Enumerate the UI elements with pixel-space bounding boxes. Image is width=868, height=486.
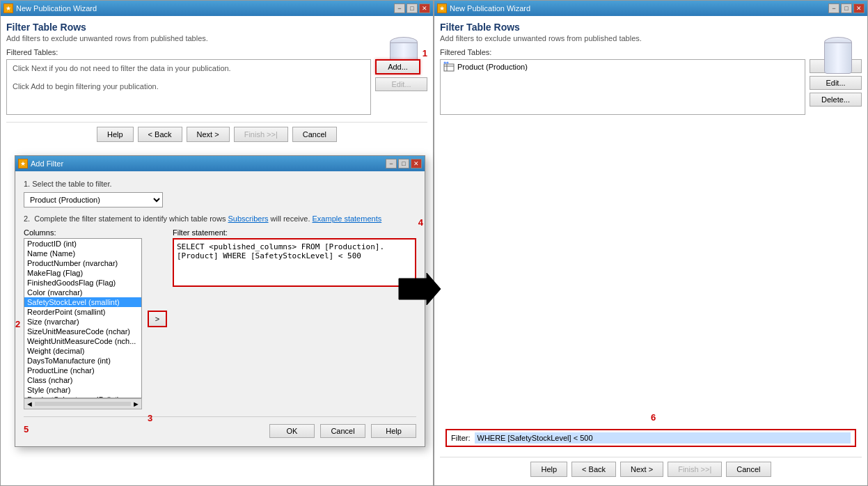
filtered-tables-area: Click Next if you do not need to filter … (6, 59, 371, 115)
col-item-subcategory[interactable]: ProductSubcategoryID (int) (24, 395, 141, 398)
arrow-btn-area: 3 > (148, 228, 167, 409)
scroll-right-icon[interactable]: ► (132, 400, 140, 408)
add-filter-dialog: ★ Add Filter − □ ✕ 1. Select the table t… (15, 155, 425, 447)
step2-container: 2. Complete the filter statement to iden… (24, 214, 416, 223)
add-column-button[interactable]: > (148, 311, 167, 327)
right-cylinder-graphic (824, 37, 852, 75)
maximize-button[interactable]: □ (407, 3, 418, 13)
right-page-subtitle: Add filters to exclude unwanted rows fro… (440, 34, 862, 42)
col-item-productline[interactable]: ProductLine (nchar) (24, 366, 141, 375)
left-window: ★ New Publication Wizard − □ ✕ Filter Ta… (0, 0, 434, 486)
col-item-sizeunit[interactable]: SizeUnitMeasureCode (nchar) (24, 327, 141, 336)
filter-statement-input[interactable] (173, 238, 416, 287)
scroll-track (35, 402, 131, 406)
minimize-button[interactable]: − (394, 3, 405, 13)
right-delete-button[interactable]: Delete... (810, 93, 862, 107)
col-item-weightunit[interactable]: WeightUnitMeasureCode (nch... (24, 336, 141, 346)
step1-label: 1. Select the table to filter. (24, 180, 416, 188)
tree-item-label: Product (Production) (457, 63, 528, 71)
right-next-button[interactable]: Next > (620, 462, 663, 477)
dialog-minimize[interactable]: − (386, 159, 397, 168)
col-item-reorderpoint[interactable]: ReorderPoint (smallint) (24, 307, 141, 317)
left-window-content: Filter Table Rows Add filters to exclude… (1, 16, 433, 485)
filter-bar-container: 6 Filter: WHERE [SafetyStockLevel] < 500 (440, 425, 862, 451)
right-filtered-tables-area: Product (Production) (440, 59, 805, 115)
dialog-help-button[interactable]: Help (371, 424, 416, 438)
right-window-title: New Publication Wizard (450, 4, 530, 13)
right-close-button[interactable]: ✕ (853, 3, 865, 13)
annotation-2: 2 (15, 319, 20, 329)
example-link[interactable]: Example statements (313, 214, 382, 223)
dialog-title: Add Filter (31, 159, 63, 168)
left-back-button[interactable]: < Back (138, 127, 182, 142)
col-item-makeflag[interactable]: MakeFlag (Flag) (24, 268, 141, 278)
list-scrollbar-bottom[interactable]: ◄ ► (24, 398, 142, 409)
dialog-title-left: ★ Add Filter (18, 159, 63, 168)
columns-list[interactable]: ProductID (int) Name (Name) ProductNumbe… (24, 238, 142, 398)
table-icon (443, 61, 455, 72)
step2-label: 2. Complete the filter statement to iden… (24, 214, 416, 223)
right-buttons: 1 Add... Edit... (375, 59, 427, 115)
right-wizard-icon (824, 37, 859, 79)
arrow-svg (395, 272, 444, 306)
edit-button[interactable]: Edit... (375, 77, 427, 91)
subscribers-link[interactable]: Subscribers (228, 214, 268, 223)
window-controls: − □ ✕ (394, 3, 430, 13)
dialog-maximize[interactable]: □ (398, 159, 409, 168)
left-bottom-buttons: Help < Back Next > Finish >>| Cancel (6, 122, 427, 145)
annotation-1: 1 (423, 48, 427, 58)
col-item-class[interactable]: Class (nchar) (24, 375, 141, 385)
scroll-left-icon[interactable]: ◄ (26, 400, 33, 408)
right-page-title: Filter Table Rows (440, 22, 862, 33)
col-item-finishedgoodsflag[interactable]: FinishedGoodsFlag (Flag) (24, 278, 141, 288)
columns-box: Columns: ProductID (int) Name (Name) Pro… (24, 228, 142, 409)
filtered-tables-label: Filtered Tables: (6, 48, 427, 56)
info-line1: Click Next if you do not need to filter … (7, 60, 370, 78)
app-icon: ★ (3, 3, 13, 13)
right-finish-button[interactable]: Finish >>| (668, 462, 722, 477)
col-item-productid[interactable]: ProductID (int) (24, 239, 141, 249)
left-cancel-button[interactable]: Cancel (292, 127, 337, 142)
right-title-bar-left: ★ New Publication Wizard (437, 3, 530, 13)
col-item-weight[interactable]: Weight (decimal) (24, 346, 141, 356)
dialog-cancel-button[interactable]: Cancel (320, 424, 365, 438)
col-item-productnumber[interactable]: ProductNumber (nvarchar) (24, 258, 141, 268)
right-cancel-button[interactable]: Cancel (726, 462, 771, 477)
filter-bar-label: Filter: (451, 434, 471, 442)
filter-statement-area: 4 Filter statement: (173, 228, 416, 409)
right-tables-row: Product (Production) Add... Edit... Dele… (440, 59, 862, 115)
col-item-size[interactable]: Size (nvarchar) (24, 317, 141, 327)
tree-item-product[interactable]: Product (Production) (441, 60, 805, 74)
dialog-close[interactable]: ✕ (411, 159, 422, 168)
dialog-bottom-buttons: 5 OK Cancel Help (24, 416, 416, 438)
dialog-ok-button[interactable]: OK (269, 424, 315, 438)
left-finish-button[interactable]: Finish >>| (234, 127, 288, 142)
left-window-title: New Publication Wizard (16, 4, 97, 13)
right-window-content: Filter Table Rows Add filters to exclude… (434, 16, 867, 485)
svg-rect-1 (444, 64, 454, 71)
left-next-button[interactable]: Next > (187, 127, 230, 142)
left-title-bar: ★ New Publication Wizard − □ ✕ (1, 1, 433, 16)
right-back-button[interactable]: < Back (571, 462, 616, 477)
page-subtitle: Add filters to exclude unwanted rows fro… (6, 34, 427, 42)
col-item-name[interactable]: Name (Name) (24, 249, 141, 258)
title-bar-left: ★ New Publication Wizard (3, 3, 97, 13)
add-button-container: 1 Add... (375, 59, 427, 75)
add-button[interactable]: Add... (375, 59, 420, 75)
col-item-style[interactable]: Style (nchar) (24, 385, 141, 395)
info-line2: Click Add to begin filtering your public… (7, 78, 370, 96)
right-app-icon: ★ (437, 3, 447, 13)
col-item-color[interactable]: Color (nvarchar) (24, 288, 141, 297)
annotation-6: 6 (651, 412, 656, 423)
right-help-button[interactable]: Help (530, 462, 567, 477)
close-button[interactable]: ✕ (419, 3, 430, 13)
col-item-daystomanufacture[interactable]: DaysToManufacture (int) (24, 356, 141, 366)
left-help-button[interactable]: Help (97, 127, 134, 142)
right-minimize-button[interactable]: − (828, 3, 839, 13)
right-maximize-button[interactable]: □ (841, 3, 852, 13)
right-title-bar: ★ New Publication Wizard − □ ✕ (434, 1, 867, 16)
right-page-header: Filter Table Rows Add filters to exclude… (440, 22, 862, 42)
dialog-icon: ★ (18, 159, 28, 168)
table-select[interactable]: Product (Production) (24, 192, 163, 207)
col-item-safetystocklevel[interactable]: SafetyStockLevel (smallint) (24, 297, 141, 307)
